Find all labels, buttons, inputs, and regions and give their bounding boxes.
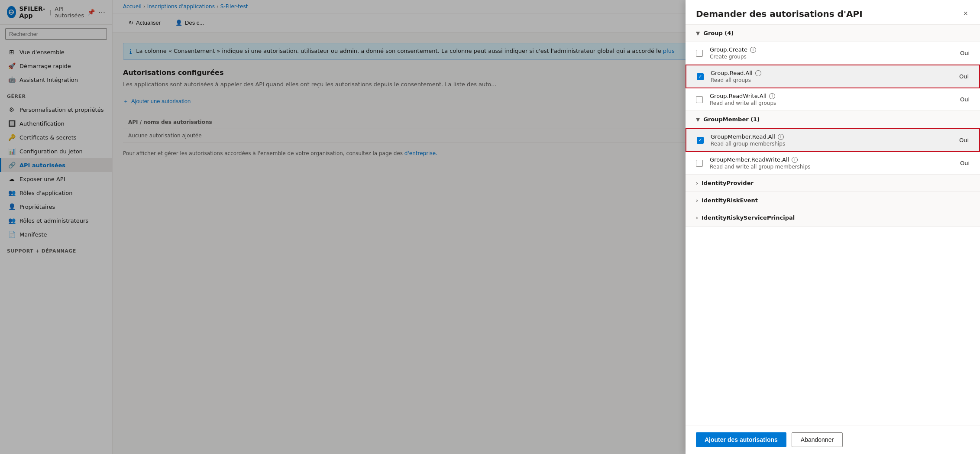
perm-checkbox-groupmember-read-all[interactable] [697, 137, 704, 144]
chevron-down-icon: ▼ [696, 30, 700, 36]
perm-desc-group-readwrite-all: Read and write all groups [710, 100, 950, 106]
perm-row-groupmember-readwrite-all: GroupMember.ReadWrite.All i Read and wri… [686, 152, 980, 175]
group-section-header[interactable]: ▼ Group (4) [686, 25, 980, 42]
perm-desc-groupmember-readwrite-all: Read and write all group memberships [710, 164, 950, 170]
info-circle-icon[interactable]: i [750, 47, 756, 53]
identity-risky-service-label: IdentityRiskyServicePrincipal [702, 214, 795, 221]
perm-name-group-readwrite-all: Group.ReadWrite.All i [710, 93, 950, 99]
panel-title: Demander des autorisations d'API [696, 9, 863, 19]
chevron-right-icon-ire: › [696, 198, 698, 204]
perm-name-group-read-all: Group.Read.All i [711, 70, 949, 76]
perm-row-group-create: Group.Create i Create groups Oui [686, 42, 980, 65]
perm-row-group-read-all: Group.Read.All i Read all groups Oui [686, 65, 979, 88]
group-section-label: Group (4) [703, 30, 734, 36]
info-circle-icon-gm2[interactable]: i [792, 157, 798, 163]
perm-info-groupmember-read-all: GroupMember.Read.All i Read all group me… [711, 133, 949, 147]
perm-oui-groupmember-readwrite-all: Oui [950, 160, 970, 166]
perm-info-group-readwrite-all: Group.ReadWrite.All i Read and write all… [710, 93, 950, 106]
perm-checkbox-group-read-all[interactable] [697, 73, 704, 80]
perm-info-group-read-all: Group.Read.All i Read all groups [711, 70, 949, 83]
perm-name-groupmember-read-all: GroupMember.Read.All i [711, 133, 949, 140]
info-circle-icon-gm1[interactable]: i [778, 134, 784, 140]
identity-risk-event-label: IdentityRiskEvent [702, 197, 758, 204]
perm-oui-group-read-all: Oui [949, 73, 969, 80]
panel-body: ▼ Group (4) Group.Create i Create groups… [686, 25, 980, 425]
chevron-down-icon-gm: ▼ [696, 117, 700, 123]
perm-desc-group-read-all: Read all groups [711, 77, 949, 83]
perm-oui-group-create: Oui [950, 50, 970, 56]
panel-close-button[interactable]: × [961, 9, 970, 18]
identity-risky-service-section[interactable]: › IdentityRiskyServicePrincipal [686, 209, 980, 227]
cancel-button[interactable]: Abandonner [792, 432, 843, 447]
perm-info-group-create: Group.Create i Create groups [710, 46, 950, 60]
identity-risk-event-section[interactable]: › IdentityRiskEvent [686, 192, 980, 209]
perm-checkbox-group-create[interactable] [696, 50, 703, 57]
info-circle-icon-2[interactable]: i [755, 70, 761, 76]
permission-panel: Demander des autorisations d'API × ▼ Gro… [686, 0, 980, 454]
identity-provider-label: IdentityProvider [702, 180, 754, 186]
chevron-right-icon-irs: › [696, 215, 698, 221]
panel-footer: Ajouter des autorisations Abandonner [686, 425, 980, 454]
chevron-right-icon-ip: › [696, 180, 698, 186]
perm-oui-group-readwrite-all: Oui [950, 96, 970, 103]
perm-checkbox-groupmember-readwrite-all[interactable] [696, 160, 703, 167]
perm-row-group-readwrite-all: Group.ReadWrite.All i Read and write all… [686, 88, 980, 111]
info-circle-icon-3[interactable]: i [769, 93, 775, 99]
perm-row-groupmember-read-all: GroupMember.Read.All i Read all group me… [686, 129, 979, 151]
perm-desc-groupmember-read-all: Read all group memberships [711, 141, 949, 147]
perm-name-group-create: Group.Create i [710, 46, 950, 53]
panel-header: Demander des autorisations d'API × [686, 0, 980, 25]
groupmember-section-header[interactable]: ▼ GroupMember (1) [686, 111, 980, 128]
identity-provider-section[interactable]: › IdentityProvider [686, 175, 980, 192]
perm-checkbox-group-readwrite-all[interactable] [696, 96, 703, 103]
perm-desc-group-create: Create groups [710, 54, 950, 60]
perm-oui-groupmember-read-all: Oui [949, 137, 969, 143]
perm-name-groupmember-readwrite-all: GroupMember.ReadWrite.All i [710, 156, 950, 163]
add-permissions-button[interactable]: Ajouter des autorisations [696, 432, 786, 447]
groupmember-section-label: GroupMember (1) [703, 116, 760, 123]
panel-overlay: Demander des autorisations d'API × ▼ Gro… [0, 0, 980, 454]
perm-info-groupmember-readwrite-all: GroupMember.ReadWrite.All i Read and wri… [710, 156, 950, 170]
